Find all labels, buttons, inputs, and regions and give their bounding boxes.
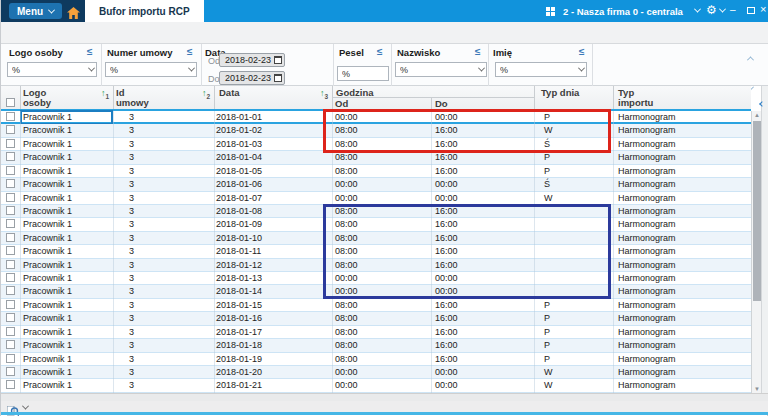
table-row[interactable]: Pracownik132018-01-0600:0000:00ŚHarmonog… [1, 178, 751, 191]
cell-data[interactable]: 2018-01-01 [216, 111, 262, 124]
cell-id-umowy[interactable]: 3 [129, 339, 134, 352]
filter-input-logo-osoby[interactable] [7, 62, 97, 77]
cell-typ-importu[interactable]: Harmonogram [618, 299, 676, 312]
scrollbar-thumb[interactable] [753, 121, 761, 301]
cell-typ-importu[interactable]: Harmonogram [618, 232, 676, 245]
filter-operator-nazwisko[interactable]: ≤ [475, 46, 481, 57]
row-checkbox[interactable] [6, 367, 15, 376]
cell-logo-osoby[interactable]: Pracownik [23, 178, 65, 191]
cell-logo-osoby[interactable]: Pracownik [23, 312, 65, 325]
filter-date-od-input[interactable]: 2018-02-23 [219, 53, 285, 67]
cell-typ-importu[interactable]: Harmonogram [618, 151, 676, 164]
cell-id-umowy[interactable]: 3 [129, 218, 134, 231]
cell-godzina-do[interactable]: 00:00 [435, 192, 458, 205]
cell-logo-osoby[interactable]: Pracownik [23, 326, 65, 339]
filter-input-numer-umowy[interactable] [105, 62, 197, 77]
cell-data[interactable]: 2018-01-13 [216, 272, 262, 285]
cell-godzina-od[interactable]: 08:00 [335, 353, 358, 366]
col-header-id-umowy-line2[interactable]: umowy [116, 97, 149, 108]
cell-data[interactable]: 2018-01-21 [216, 379, 262, 392]
cell-logo-nr[interactable]: 1 [67, 138, 72, 151]
cell-logo-nr[interactable]: 1 [67, 326, 72, 339]
row-checkbox[interactable] [6, 300, 15, 309]
cell-godzina-od[interactable]: 08:00 [335, 339, 358, 352]
maximize-button[interactable] [747, 7, 755, 14]
cell-logo-nr[interactable]: 1 [67, 232, 72, 245]
cell-godzina-od[interactable]: 00:00 [335, 272, 358, 285]
cell-godzina-od[interactable]: 08:00 [335, 218, 358, 231]
cell-godzina-do[interactable]: 16:00 [435, 205, 458, 218]
cell-typ-importu[interactable]: Harmonogram [618, 272, 676, 285]
cell-typ-importu[interactable]: Harmonogram [618, 259, 676, 272]
cell-id-umowy[interactable]: 3 [129, 366, 134, 379]
cell-typ-importu[interactable]: Harmonogram [618, 111, 676, 124]
cell-logo-osoby[interactable]: Pracownik [23, 353, 65, 366]
cell-logo-nr[interactable]: 1 [67, 379, 72, 392]
filter-input-nazwisko[interactable] [395, 62, 487, 77]
table-row[interactable]: Pracownik132018-01-1108:0016:00Harmonogr… [1, 245, 751, 258]
cell-data[interactable]: 2018-01-07 [216, 192, 262, 205]
cell-godzina-do[interactable]: 00:00 [435, 272, 458, 285]
cell-godzina-od[interactable]: 00:00 [335, 285, 358, 298]
splitter-handle[interactable]: ••• [1, 393, 768, 401]
cell-godzina-do[interactable]: 16:00 [435, 299, 458, 312]
cell-typ-dnia[interactable]: P [544, 151, 550, 164]
cell-id-umowy[interactable]: 3 [129, 138, 134, 151]
settings-gear-icon[interactable]: ⚙ [706, 3, 717, 17]
cell-typ-dnia[interactable]: P [544, 165, 550, 178]
cell-logo-osoby[interactable]: Pracownik [23, 339, 65, 352]
cell-godzina-od[interactable]: 00:00 [335, 178, 358, 191]
cell-typ-dnia[interactable]: Ś [544, 178, 550, 191]
cell-typ-importu[interactable]: Harmonogram [618, 192, 676, 205]
cell-data[interactable]: 2018-01-09 [216, 218, 262, 231]
filter-input-imie[interactable] [495, 62, 587, 77]
cell-typ-dnia[interactable]: P [544, 353, 550, 366]
col-header-data[interactable]: Data [219, 87, 240, 98]
cell-data[interactable]: 2018-01-17 [216, 326, 262, 339]
cell-godzina-do[interactable]: 16:00 [435, 245, 458, 258]
cell-data[interactable]: 2018-01-15 [216, 299, 262, 312]
cell-godzina-do[interactable]: 16:00 [435, 312, 458, 325]
cell-logo-osoby[interactable]: Pracownik [23, 205, 65, 218]
cell-typ-importu[interactable]: Harmonogram [618, 353, 676, 366]
cell-id-umowy[interactable]: 3 [129, 312, 134, 325]
table-row[interactable]: Pracownik132018-01-2000:0000:00WHarmonog… [1, 366, 751, 379]
cell-data[interactable]: 2018-01-11 [216, 245, 261, 258]
cell-typ-importu[interactable]: Harmonogram [618, 165, 676, 178]
home-icon[interactable] [67, 5, 80, 23]
cell-godzina-do[interactable]: 16:00 [435, 124, 458, 137]
cell-godzina-do[interactable]: 16:00 [435, 218, 458, 231]
cell-typ-dnia[interactable]: P [544, 326, 550, 339]
table-row[interactable]: Pracownik132018-01-1400:0000:00Harmonogr… [1, 285, 751, 298]
cell-typ-dnia[interactable]: P [544, 111, 550, 124]
table-row[interactable]: Pracownik132018-01-0100:0000:00PHarmonog… [1, 111, 751, 124]
table-row[interactable]: Pracownik132018-01-1608:0016:00PHarmonog… [1, 312, 751, 325]
row-checkbox[interactable] [6, 152, 15, 161]
col-header-godzina-do[interactable]: Do [435, 98, 448, 109]
cell-godzina-do[interactable]: 00:00 [435, 178, 458, 191]
cell-godzina-do[interactable]: 00:00 [435, 111, 458, 124]
row-checkbox[interactable] [6, 112, 15, 121]
cell-logo-osoby[interactable]: Pracownik [23, 299, 65, 312]
table-row[interactable]: Pracownik132018-01-0408:0016:00PHarmonog… [1, 151, 751, 164]
row-checkbox[interactable] [6, 313, 15, 322]
cell-godzina-do[interactable]: 16:00 [435, 138, 458, 151]
cell-godzina-od[interactable]: 00:00 [335, 379, 358, 392]
cell-logo-nr[interactable]: 1 [67, 285, 72, 298]
cell-data[interactable]: 2018-01-12 [216, 259, 262, 272]
table-row[interactable]: Pracownik132018-01-1208:0016:00Harmonogr… [1, 259, 751, 272]
cell-logo-nr[interactable]: 1 [67, 218, 72, 231]
filter-operator-pesel[interactable]: ≤ [377, 46, 383, 57]
filter-input-pesel[interactable] [337, 66, 389, 81]
filter-date-do-input[interactable]: 2018-02-23 [219, 71, 285, 85]
menu-button[interactable]: Menu [9, 3, 62, 19]
cell-godzina-do[interactable]: 00:00 [435, 285, 458, 298]
row-checkbox[interactable] [6, 166, 15, 175]
row-checkbox[interactable] [6, 260, 15, 269]
cell-godzina-do[interactable]: 16:00 [435, 339, 458, 352]
cell-id-umowy[interactable]: 3 [129, 192, 134, 205]
cell-godzina-od[interactable]: 08:00 [335, 151, 358, 164]
cell-id-umowy[interactable]: 3 [129, 165, 134, 178]
row-checkbox[interactable] [6, 219, 15, 228]
tab-bufor-importu-rcp[interactable]: Bufor importu RCP [85, 0, 204, 22]
